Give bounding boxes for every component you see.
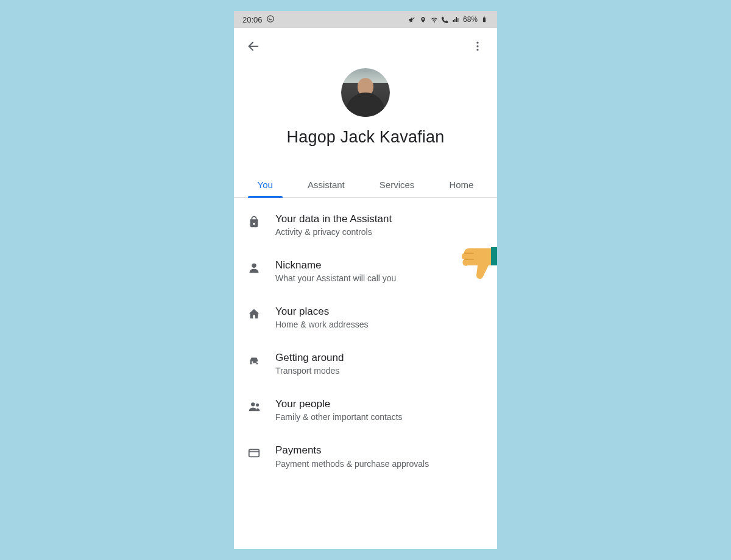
list-item-getting-around[interactable]: Getting around Transport modes xyxy=(234,340,497,387)
svg-point-8 xyxy=(252,264,256,268)
settings-list: Your data in the Assistant Activity & pr… xyxy=(234,198,497,480)
list-item-your-people[interactable]: Your people Family & other important con… xyxy=(234,387,497,433)
svg-rect-11 xyxy=(249,450,260,457)
list-title: Getting around xyxy=(275,351,484,365)
home-icon xyxy=(247,307,262,322)
list-sub: Family & other important contacts xyxy=(275,412,484,422)
list-item-your-places[interactable]: Your places Home & work addresses xyxy=(234,294,497,340)
svg-rect-3 xyxy=(484,16,485,17)
list-sub: Home & work addresses xyxy=(275,320,484,329)
svg-point-10 xyxy=(256,404,259,407)
list-item-your-data[interactable]: Your data in the Assistant Activity & pr… xyxy=(234,201,497,248)
svg-point-6 xyxy=(476,45,478,47)
list-sub: What your Assistant will call you xyxy=(275,273,484,283)
svg-point-5 xyxy=(476,42,478,44)
battery-percent: 68% xyxy=(463,15,478,24)
more-vert-icon xyxy=(471,40,484,52)
tab-services[interactable]: Services xyxy=(373,171,421,197)
list-sub: Payment methods & purchase approvals xyxy=(275,459,484,469)
list-title: Your data in the Assistant xyxy=(275,212,484,226)
phone-frame: 20:06 68% Hagop Jack Kavafian You Assist… xyxy=(234,11,497,549)
tab-bar: You Assistant Services Home xyxy=(234,171,497,198)
list-text: Getting around Transport modes xyxy=(275,351,484,376)
svg-rect-13 xyxy=(491,247,497,265)
svg-point-9 xyxy=(251,403,255,407)
overflow-menu-button[interactable] xyxy=(468,37,487,56)
svg-point-7 xyxy=(476,49,478,51)
list-item-payments[interactable]: Payments Payment methods & purchase appr… xyxy=(234,433,497,479)
mute-icon xyxy=(408,15,417,24)
lock-icon xyxy=(247,215,262,229)
status-bar-left: 20:06 xyxy=(242,15,275,25)
app-bar xyxy=(234,28,497,60)
card-icon xyxy=(247,446,262,461)
thumbs-down-pointer-icon xyxy=(458,246,497,280)
people-icon xyxy=(247,400,262,415)
status-time: 20:06 xyxy=(242,15,263,24)
tab-home[interactable]: Home xyxy=(443,171,479,197)
tab-assistant[interactable]: Assistant xyxy=(302,171,351,197)
list-sub: Transport modes xyxy=(275,366,484,376)
call-icon xyxy=(441,15,450,24)
signal-icon xyxy=(452,15,461,24)
list-title: Your places xyxy=(275,305,484,318)
list-text: Your places Home & work addresses xyxy=(275,305,484,329)
avatar[interactable] xyxy=(341,68,390,117)
battery-icon xyxy=(480,15,489,24)
status-bar-right: 68% xyxy=(408,15,489,24)
car-icon xyxy=(247,354,262,368)
whatsapp-icon xyxy=(266,15,275,25)
wifi-icon xyxy=(430,15,439,24)
svg-point-0 xyxy=(267,15,274,22)
tab-you[interactable]: You xyxy=(252,171,279,197)
list-title: Your people xyxy=(275,397,484,411)
profile-header: Hagop Jack Kavafian xyxy=(234,60,497,171)
svg-rect-2 xyxy=(483,18,486,23)
list-title: Nickname xyxy=(275,259,484,272)
profile-name: Hagop Jack Kavafian xyxy=(287,128,445,147)
location-icon xyxy=(419,15,428,24)
back-button[interactable] xyxy=(244,37,263,56)
list-text: Payments Payment methods & purchase appr… xyxy=(275,444,484,468)
list-text: Your people Family & other important con… xyxy=(275,397,484,422)
list-text: Your data in the Assistant Activity & pr… xyxy=(275,212,484,237)
arrow-left-icon xyxy=(247,40,260,53)
list-title: Payments xyxy=(275,444,484,457)
status-bar: 20:06 68% xyxy=(234,11,497,28)
list-text: Nickname What your Assistant will call y… xyxy=(275,259,484,283)
list-sub: Activity & privacy controls xyxy=(275,227,484,237)
person-icon xyxy=(247,261,262,276)
